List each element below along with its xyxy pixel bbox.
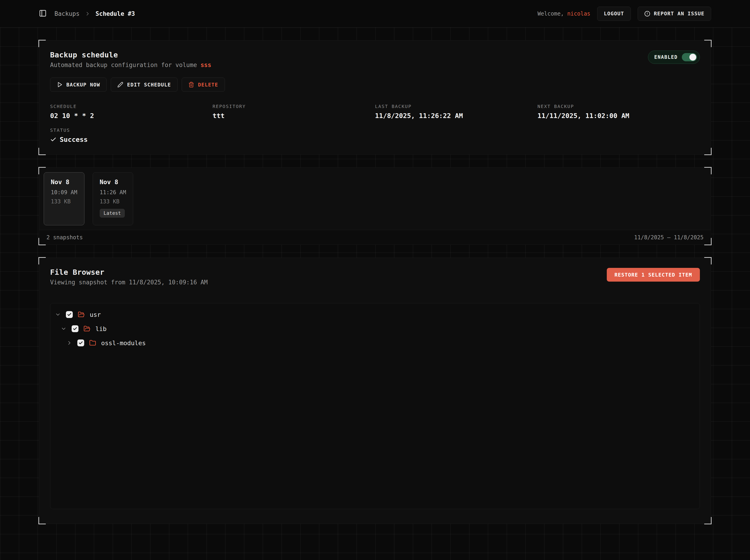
field-value: ttt	[213, 112, 375, 120]
file-tree-panel: usr lib	[50, 303, 700, 509]
trash-icon	[188, 82, 194, 87]
snapshot-date-range: 11/8/2025 – 11/8/2025	[634, 234, 704, 241]
panel-left-icon	[39, 9, 47, 18]
folder-icon	[89, 339, 96, 346]
backup-schedule-card: Backup schedule Automated backup configu…	[39, 40, 711, 155]
field-label: REPOSITORY	[213, 104, 375, 109]
enabled-label: ENABLED	[654, 55, 678, 60]
top-bar: Backups Schedule #3 Welcome, nicolas LOG…	[0, 0, 750, 27]
folder-open-icon	[83, 325, 91, 332]
field-last-backup: LAST BACKUP 11/8/2025, 11:26:22 AM	[375, 104, 537, 120]
enabled-toggle[interactable]: ENABLED	[648, 51, 700, 64]
field-value: 11/11/2025, 11:02:00 AM	[537, 112, 700, 120]
corner-bracket	[704, 257, 712, 264]
field-status: STATUS Success	[50, 127, 213, 143]
file-browser-subtitle: Viewing snapshot from 11/8/2025, 10:09:1…	[50, 279, 208, 286]
edit-schedule-button[interactable]: EDIT SCHEDULE	[111, 78, 178, 92]
chevron-right-icon[interactable]	[66, 340, 72, 346]
tree-row-lib[interactable]: lib	[55, 322, 695, 336]
field-repository: REPOSITORY ttt	[213, 104, 375, 120]
logout-button[interactable]: LOGOUT	[597, 7, 631, 21]
folder-open-icon	[78, 311, 85, 318]
field-label: LAST BACKUP	[375, 104, 537, 109]
snapshot-time: 11:26 AM	[100, 189, 126, 196]
volume-name: sss	[200, 62, 211, 68]
schedule-card-title: Backup schedule	[50, 51, 211, 59]
field-schedule: SCHEDULE 02 10 * * 2	[50, 104, 213, 120]
restore-selected-button[interactable]: RESTORE 1 SELECTED ITEM	[607, 268, 700, 282]
corner-bracket	[38, 148, 46, 155]
backup-now-label: BACKUP NOW	[66, 82, 100, 87]
corner-bracket	[704, 40, 712, 47]
field-label: SCHEDULE	[50, 104, 213, 109]
checkbox-checked[interactable]	[66, 311, 73, 318]
tree-item-name: lib	[95, 325, 106, 333]
snapshots-section: Nov 8 10:09 AM 133 KB Nov 8 11:26 AM 133…	[39, 167, 711, 245]
corner-bracket	[704, 148, 712, 155]
snapshot-date: Nov 8	[51, 178, 69, 185]
main-content: Backup schedule Automated backup configu…	[0, 27, 750, 560]
sidebar-toggle-button[interactable]	[39, 9, 47, 18]
delete-label: DELETE	[198, 82, 218, 87]
schedule-card-subtitle: Automated backup configuration for volum…	[50, 62, 211, 68]
field-label: STATUS	[50, 127, 213, 133]
tree-row-ossl-modules[interactable]: ossl-modules	[55, 336, 695, 350]
delete-button[interactable]: DELETE	[182, 78, 225, 92]
breadcrumb: Backups Schedule #3	[55, 10, 135, 17]
alert-circle-icon	[644, 11, 650, 17]
username: nicolas	[567, 11, 590, 17]
edit-schedule-label: EDIT SCHEDULE	[127, 82, 171, 87]
checkbox-checked[interactable]	[77, 339, 84, 346]
corner-bracket	[38, 40, 46, 47]
tree-item-name: usr	[90, 311, 101, 318]
toggle-switch-icon	[682, 53, 697, 61]
subtitle-prefix: Automated backup configuration for volum…	[50, 62, 197, 68]
welcome-prefix: Welcome,	[537, 11, 564, 17]
tree-item-name: ossl-modules	[101, 339, 146, 346]
welcome-text: Welcome, nicolas	[537, 11, 590, 17]
field-value: 11/8/2025, 11:26:22 AM	[375, 112, 537, 120]
chevron-right-icon	[85, 11, 91, 17]
tree-row-usr[interactable]: usr	[55, 307, 695, 322]
report-issue-button[interactable]: REPORT AN ISSUE	[638, 7, 711, 21]
breadcrumb-backups[interactable]: Backups	[55, 10, 80, 17]
snapshot-card-selected[interactable]: Nov 8 10:09 AM 133 KB	[44, 172, 84, 225]
report-issue-label: REPORT AN ISSUE	[654, 11, 705, 17]
logout-label: LOGOUT	[604, 11, 624, 17]
corner-bracket	[704, 517, 712, 524]
snapshot-time: 10:09 AM	[51, 189, 77, 196]
snapshot-card[interactable]: Nov 8 11:26 AM 133 KB Latest	[93, 172, 133, 225]
check-icon	[50, 136, 57, 143]
snapshot-date: Nov 8	[100, 178, 118, 185]
breadcrumb-current: Schedule #3	[96, 10, 135, 17]
chevron-down-icon[interactable]	[55, 312, 61, 318]
chevron-down-icon[interactable]	[61, 326, 66, 332]
file-browser-card: File Browser Viewing snapshot from 11/8/…	[39, 258, 711, 524]
pencil-icon	[117, 82, 123, 87]
field-label: NEXT BACKUP	[537, 104, 700, 109]
corner-bracket	[38, 517, 46, 524]
file-browser-title: File Browser	[50, 268, 208, 277]
backup-now-button[interactable]: BACKUP NOW	[50, 78, 106, 92]
play-icon	[57, 82, 63, 87]
snapshot-count: 2 snapshots	[46, 234, 83, 241]
latest-badge: Latest	[100, 209, 125, 218]
field-value: 02 10 * * 2	[50, 112, 213, 120]
snapshot-size: 133 KB	[51, 198, 71, 205]
field-next-backup: NEXT BACKUP 11/11/2025, 11:02:00 AM	[537, 104, 700, 120]
checkbox-checked[interactable]	[72, 325, 78, 332]
corner-bracket	[38, 257, 46, 264]
status-value: Success	[60, 136, 87, 143]
snapshot-size: 133 KB	[100, 198, 120, 205]
toggle-knob	[689, 54, 696, 61]
